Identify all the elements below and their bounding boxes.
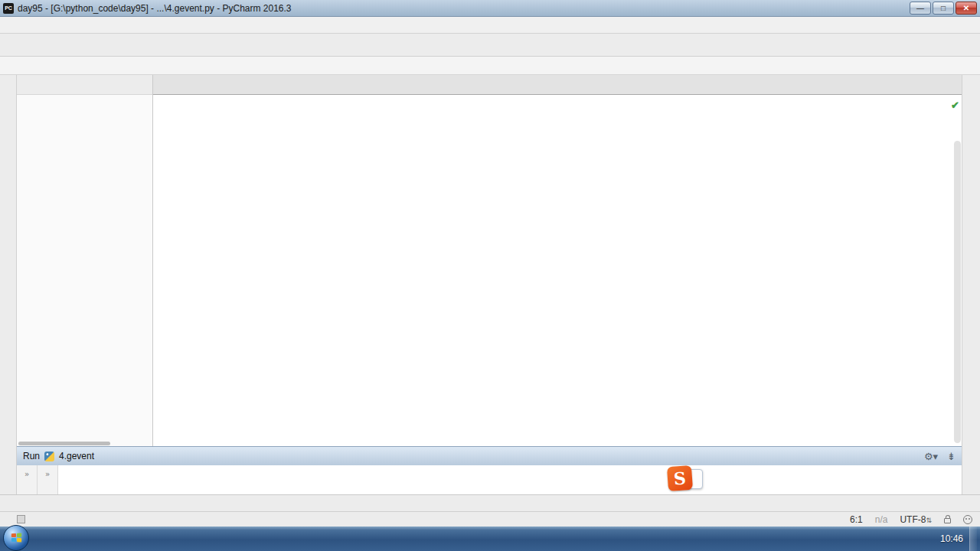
start-button[interactable] xyxy=(3,525,29,551)
tool-window-bar xyxy=(0,494,980,511)
toggle-strip-icon[interactable] xyxy=(17,515,25,523)
run-gear-icon[interactable]: ⚙▾ xyxy=(924,451,938,462)
windows-flag-icon xyxy=(11,533,21,543)
run-config-name: 4.gevent xyxy=(59,451,94,461)
left-tool-strip xyxy=(0,75,17,494)
run-panel-title: Run xyxy=(23,451,40,461)
taskbar-clock[interactable]: 10:46 xyxy=(940,533,963,544)
show-desktop-button[interactable] xyxy=(969,527,977,551)
close-button[interactable]: ✕ xyxy=(956,2,977,15)
run-panel-header: Run 4.gevent ⚙▾ ⇟ xyxy=(17,447,962,465)
code-editor[interactable] xyxy=(153,95,962,446)
run-toolbar-left[interactable]: » xyxy=(17,465,38,494)
project-tree xyxy=(17,95,152,98)
hector-icon[interactable] xyxy=(963,515,972,524)
maximize-button[interactable]: □ xyxy=(933,2,954,15)
title-bar: PC day95 - [G:\python_code\day95] - ...\… xyxy=(0,0,980,17)
run-tool-window: Run 4.gevent ⚙▾ ⇟ » » xyxy=(17,446,962,494)
run-console[interactable] xyxy=(58,465,72,494)
editor-tab-bar xyxy=(153,75,962,95)
run-toolbar-right[interactable]: » xyxy=(38,465,58,494)
window-title: day95 - [G:\python_code\day95] - ...\4.g… xyxy=(18,3,292,14)
sogou-logo-icon[interactable]: S xyxy=(667,465,693,491)
breadcrumb xyxy=(0,57,980,75)
taskbar: 10:46 xyxy=(0,527,980,551)
run-hide-icon[interactable]: ⇟ xyxy=(947,451,956,462)
status-bar: 6:1 n/a UTF-8⇅ xyxy=(0,511,980,527)
toolbar xyxy=(0,34,980,57)
pycharm-logo-icon: PC xyxy=(3,3,14,14)
ime-toolbar: S xyxy=(674,468,703,491)
project-panel-header xyxy=(17,75,152,95)
editor: ✔ xyxy=(153,75,962,446)
editor-vscrollbar[interactable] xyxy=(954,141,961,443)
encoding-selector[interactable]: UTF-8⇅ xyxy=(900,514,932,525)
lock-icon[interactable] xyxy=(944,518,951,523)
insert-mode: n/a xyxy=(875,514,888,525)
project-panel xyxy=(17,75,153,446)
right-tool-strip xyxy=(962,75,980,494)
minimize-button[interactable]: — xyxy=(910,2,931,15)
project-hscrollbar[interactable] xyxy=(18,442,110,445)
python-file-icon xyxy=(44,452,54,461)
menu-bar xyxy=(0,17,980,34)
caret-position[interactable]: 6:1 xyxy=(850,514,863,525)
inspection-ok-icon[interactable]: ✔ xyxy=(951,99,959,111)
